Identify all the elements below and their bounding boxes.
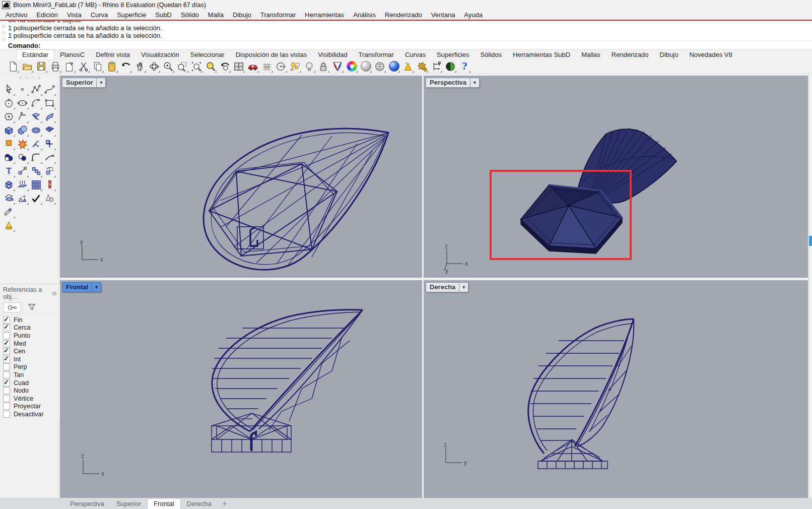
checkbox-cerca[interactable] [3,324,10,331]
tool-rotate-icon[interactable] [43,165,56,177]
tool-select-pointer-icon[interactable] [3,83,16,96]
viewport-tab-derecha[interactable]: Derecha [181,499,218,509]
sidebar-grip[interactable] [0,74,59,79]
toolbar-tab-curvas[interactable]: Curvas [399,50,431,59]
viewport-tab-superior[interactable]: Superior [110,499,147,509]
tool-trim-icon[interactable] [30,138,43,150]
toolbar-tab-renderizado[interactable]: Renderizado [606,50,654,59]
command-grip[interactable] [2,25,5,41]
car-icon[interactable] [247,60,259,73]
open-file-icon[interactable] [21,60,33,73]
menu-curva[interactable]: Curva [86,11,113,19]
menu-malla[interactable]: Malla [204,11,228,19]
menu-archivo[interactable]: Archivo [1,11,32,19]
toolbar-tab-planosc[interactable]: PlanosC [54,50,90,59]
viewport-derecha[interactable]: Derecha ▼ z y [424,280,808,498]
menu-edición[interactable]: Edición [32,11,62,19]
tool-puzzle-icon[interactable] [3,138,16,150]
zoom-window-icon[interactable] [176,60,188,73]
tool-solid-tools-icon[interactable] [3,178,16,191]
viewport-perspectiva[interactable]: Perspectiva ▼ z x y [424,76,808,278]
toolbar-tab-disposición-de-las-vistas[interactable]: Disposición de las vistas [230,50,313,59]
tool-torus-icon[interactable] [30,124,43,137]
toolbar-tab-transformar[interactable]: Transformar [353,50,399,59]
undo-view-icon[interactable] [219,60,231,73]
tool-arc-icon[interactable] [30,97,43,109]
toolbar-tab-novedades-v8[interactable]: Novedades V8 [684,50,737,59]
tool-text-icon[interactable]: T [3,165,16,177]
paste-icon[interactable] [106,60,118,73]
tool-polyline-icon[interactable] [30,83,43,96]
shaded-viewport-icon[interactable] [360,60,372,73]
checkbox-punto[interactable] [3,332,10,339]
tool-boolean-diff-icon[interactable] [16,151,29,164]
tool-curve-interp-icon[interactable] [43,83,56,96]
grid-points-icon[interactable] [261,60,273,73]
tool-check-icon[interactable] [30,192,43,205]
shade-icon[interactable] [331,60,344,73]
tool-move-icon[interactable] [16,165,29,177]
zoom-selected-icon[interactable] [205,60,217,73]
viewport-label-perspectiva[interactable]: Perspectiva ▼ [426,78,480,88]
right-panel-edge[interactable] [808,74,812,498]
menu-vista[interactable]: Vista [62,11,86,19]
tool-split-icon[interactable] [43,138,56,150]
render-globe-icon[interactable] [444,60,456,73]
lock-icon[interactable] [317,60,329,73]
tool-circle-icon[interactable] [3,97,16,109]
cplane-icon[interactable] [275,60,287,73]
viewport-label-frontal[interactable]: Frontal ▼ [62,282,101,292]
checkbox-desactivar[interactable] [3,411,10,418]
tool-orient-icon[interactable] [16,192,29,205]
toolbar-tab-sólidos[interactable]: Sólidos [475,50,507,59]
help-icon[interactable]: ? [458,60,470,73]
menu-superficie[interactable]: Superficie [112,11,151,19]
viewport-superior[interactable]: Superior ▼ y x [60,76,422,278]
menu-renderizado[interactable]: Renderizado [380,11,427,19]
viewport-menu-caret[interactable]: ▼ [470,78,479,87]
tab-selection-filter[interactable] [23,302,40,311]
checkbox-med[interactable] [3,340,10,347]
xray-viewport-icon[interactable] [374,60,386,73]
checkbox-perp[interactable] [3,363,10,370]
new-file-icon[interactable] [7,60,19,73]
menu-ventana[interactable]: Ventana [427,11,460,19]
tool-surface-patch-icon[interactable] [43,124,56,137]
menu-subd[interactable]: SubD [151,11,176,19]
undo-icon[interactable] [120,60,132,73]
toolbar-tab-visibilidad[interactable]: Visibilidad [312,50,353,59]
viewport-tab-frontal[interactable]: Frontal [147,498,180,509]
tool-extrude-icon[interactable] [16,178,29,191]
menu-ayuda[interactable]: Ayuda [459,11,487,19]
tool-array-linear-icon[interactable] [43,178,56,191]
tool-surface-offset-icon[interactable] [3,192,16,205]
tool-draw-hand-icon[interactable] [3,206,16,218]
print-icon[interactable] [49,60,61,73]
toolbar-tab-dibujo[interactable]: Dibujo [654,50,684,59]
tool-extend-icon[interactable] [43,151,56,164]
toolbar-tab-superficies[interactable]: Superficies [431,50,475,59]
checkbox-tan[interactable] [3,371,10,378]
copy-icon[interactable] [92,60,104,73]
tool-rectangle-icon[interactable] [43,97,56,109]
tool-cone-yellow-icon[interactable] [3,219,16,232]
checkbox-cen[interactable] [3,348,10,355]
toolbar-tab-seleccionar[interactable]: Seleccionar [185,50,230,59]
tool-primitives-icon[interactable] [43,192,56,205]
pan-icon[interactable] [134,60,146,73]
options-gears-icon[interactable] [416,60,428,73]
save-file-icon[interactable] [35,60,47,73]
toolbar-tab-visualización[interactable]: Visualización [136,50,185,59]
viewport-label-superior[interactable]: Superior ▼ [62,78,106,88]
rotate-view-icon[interactable] [148,60,160,73]
tool-ellipse-icon[interactable] [16,97,29,109]
color-wheel-icon[interactable] [346,60,358,73]
light-icon[interactable] [303,60,315,73]
zoom-extents-icon[interactable] [190,60,202,73]
tool-curve-handles-icon[interactable] [16,110,29,123]
tool-single-point-icon[interactable] [16,83,29,96]
viewport-menu-caret[interactable]: ▼ [92,283,101,292]
viewport-menu-caret[interactable]: ▼ [96,78,105,87]
toolbar-tab-estándar[interactable]: Estándar [16,49,54,59]
viewport-tab-perspectiva[interactable]: Perspectiva [64,499,110,509]
